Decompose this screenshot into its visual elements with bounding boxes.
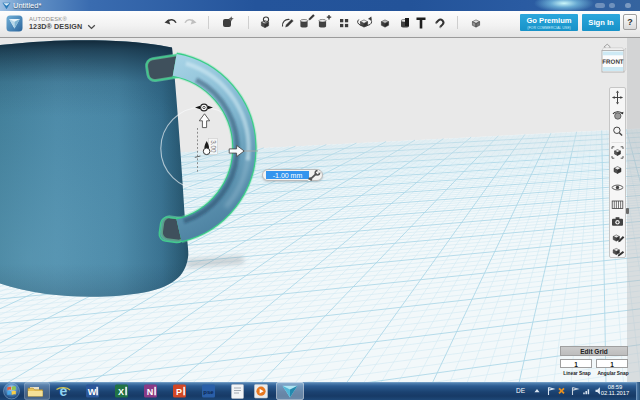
svg-text:N: N	[147, 387, 154, 397]
svg-text:DE: DE	[516, 387, 526, 394]
svg-text:e: e	[60, 383, 68, 399]
svg-text:X: X	[118, 387, 124, 397]
svg-text:W: W	[88, 387, 97, 397]
svg-text:P: P	[176, 387, 182, 397]
svg-text:3.00: 3.00	[210, 140, 217, 153]
svg-text:pse: pse	[203, 389, 214, 395]
svg-text:FRONT: FRONT	[602, 58, 624, 65]
